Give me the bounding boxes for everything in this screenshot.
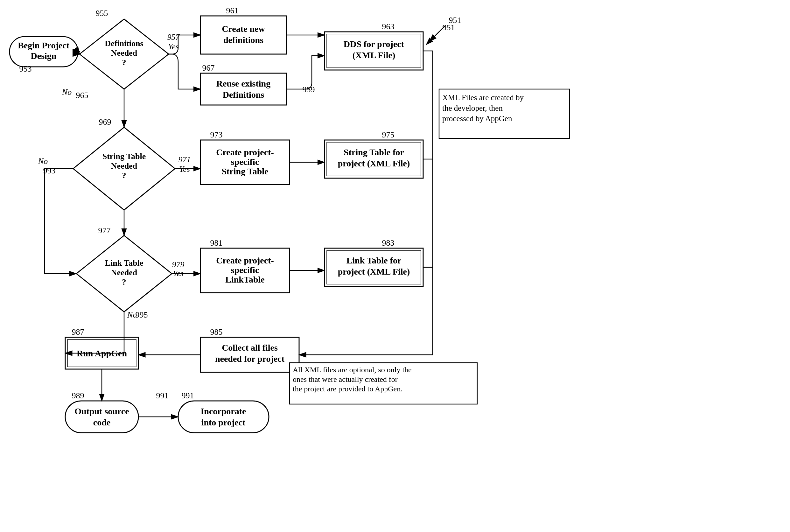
def-needed-label2: Needed [111, 49, 137, 58]
str-needed-label1: String Table [102, 152, 146, 161]
no-label-993b: No [38, 156, 48, 166]
svg-rect-4 [200, 73, 286, 105]
create-str-label2: specific [231, 157, 259, 167]
yes-label-957b: Yes [168, 42, 179, 51]
create-link-label3: LinkTable [225, 274, 264, 284]
label-967: 967 [203, 63, 215, 73]
create-str-label1: Create project- [216, 147, 274, 157]
collect-label1: Collect all files [222, 343, 278, 353]
reuse-label1: Reuse existing [216, 79, 270, 89]
str-needed-label3: ? [122, 171, 126, 180]
label-991b: 991 [156, 391, 169, 400]
dds-label1: DDS for project [344, 39, 404, 49]
output-label2: code [93, 417, 110, 427]
reuse-label2: Definitions [223, 90, 264, 100]
optional-note3: the project are provided to AppGen. [293, 385, 403, 393]
svg-rect-19 [178, 401, 269, 433]
label-973: 973 [210, 130, 223, 139]
xml-note-label2: the developer, then [442, 104, 503, 112]
link-needed-label1: Link Table [105, 258, 143, 268]
label-969: 969 [99, 117, 111, 127]
dds-label2: (XML File) [352, 50, 396, 60]
no-label-965: No [62, 88, 72, 97]
incorporate-label1: Incorporate [200, 406, 246, 416]
label-963: 963 [382, 22, 394, 31]
begin-label: Begin Project [18, 40, 70, 50]
link-needed-label3: ? [122, 278, 126, 287]
no-label-993: 993 [43, 166, 56, 175]
incorporate-label2: into project [201, 417, 246, 427]
svg-rect-18 [65, 401, 138, 433]
link-needed-label2: Needed [111, 268, 137, 277]
output-label1: Output source [74, 406, 129, 416]
str-needed-label2: Needed [111, 161, 137, 171]
yes-label-971: 971 [178, 155, 191, 164]
str-table-label2: project (XML File) [338, 158, 410, 168]
label-985: 985 [210, 327, 223, 337]
label-959: 959 [303, 85, 315, 94]
label-981: 981 [210, 238, 223, 248]
label-989: 989 [72, 391, 84, 400]
label-977: 977 [98, 226, 111, 235]
link-table-label1: Link Table for [346, 255, 402, 265]
xml-note-label3: processed by AppGen [442, 114, 512, 123]
label-995: 995 [136, 310, 148, 320]
label-975: 975 [382, 130, 394, 139]
label-983: 983 [382, 238, 394, 248]
label-961: 961 [226, 6, 238, 15]
flowchart-diagram: Begin Project Design 953 Definitions Nee… [0, 0, 790, 532]
create-link-label1: Create project- [216, 255, 274, 265]
label-991: 991 [182, 391, 194, 400]
optional-note2: ones that were actually created for [293, 375, 398, 383]
collect-label2: needed for project [215, 354, 285, 364]
label-953: 953 [19, 64, 32, 74]
xml-note-label1: XML Files are created by [442, 93, 524, 102]
label-987: 987 [72, 327, 84, 337]
def-needed-label1: Definitions [105, 39, 143, 48]
begin-label2: Design [31, 51, 57, 61]
yes-label-979: 979 [172, 260, 185, 269]
yes-label-971b: Yes [179, 165, 190, 174]
label-955: 955 [96, 8, 108, 18]
def-needed-label3: ? [122, 58, 126, 67]
str-table-label1: String Table for [344, 147, 404, 157]
ref-951: 951 [449, 16, 461, 25]
label-965: 965 [76, 91, 89, 100]
create-new-label1: Create new [222, 24, 265, 34]
create-str-label3: String Table [221, 166, 268, 176]
create-new-label2: definitions [223, 35, 264, 45]
optional-note1: All XML files are optional, so only the [293, 366, 412, 374]
link-table-label2: project (XML File) [338, 267, 410, 277]
create-link-label2: specific [231, 265, 259, 275]
